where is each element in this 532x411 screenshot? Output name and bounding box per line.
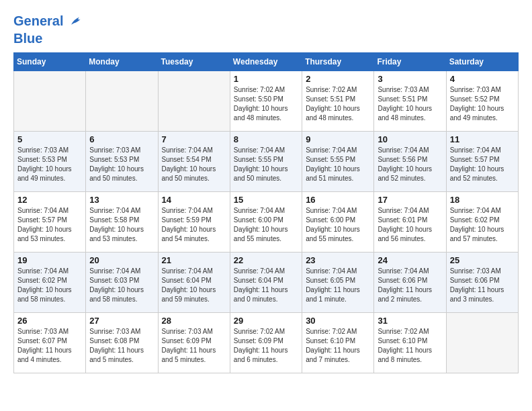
day-number: 18	[450, 195, 515, 205]
day-number: 9	[306, 134, 370, 144]
day-number: 12	[17, 195, 82, 205]
day-number: 15	[234, 195, 298, 205]
logo-general: General	[13, 13, 63, 28]
day-info: Sunrise: 7:02 AM Sunset: 6:10 PM Dayligh…	[378, 327, 442, 365]
day-cell: 21Sunrise: 7:04 AM Sunset: 6:04 PM Dayli…	[158, 253, 230, 313]
weekday-header-row: SundayMondayTuesdayWednesdayThursdayFrid…	[14, 53, 519, 71]
day-info: Sunrise: 7:03 AM Sunset: 5:53 PM Dayligh…	[89, 146, 154, 183]
day-info: Sunrise: 7:04 AM Sunset: 6:04 PM Dayligh…	[234, 267, 298, 304]
weekday-header-monday: Monday	[86, 53, 158, 71]
day-cell: 25Sunrise: 7:03 AM Sunset: 6:06 PM Dayli…	[446, 253, 518, 313]
logo-blue: Blue	[13, 31, 85, 46]
day-cell: 20Sunrise: 7:04 AM Sunset: 6:03 PM Dayli…	[86, 253, 158, 313]
weekday-header-saturday: Saturday	[446, 53, 518, 71]
day-cell: 22Sunrise: 7:04 AM Sunset: 6:04 PM Dayli…	[230, 253, 302, 313]
day-number: 14	[162, 195, 226, 205]
day-info: Sunrise: 7:04 AM Sunset: 6:05 PM Dayligh…	[306, 267, 370, 304]
day-number: 31	[378, 316, 442, 326]
day-number: 17	[378, 195, 442, 205]
day-cell: 14Sunrise: 7:04 AM Sunset: 5:59 PM Dayli…	[158, 192, 230, 253]
day-info: Sunrise: 7:04 AM Sunset: 6:03 PM Dayligh…	[89, 267, 154, 304]
day-info: Sunrise: 7:04 AM Sunset: 6:00 PM Dayligh…	[234, 206, 298, 244]
day-info: Sunrise: 7:04 AM Sunset: 5:55 PM Dayligh…	[234, 146, 298, 183]
day-info: Sunrise: 7:04 AM Sunset: 6:02 PM Dayligh…	[17, 267, 82, 304]
day-number: 19	[17, 255, 82, 265]
calendar-table: SundayMondayTuesdayWednesdayThursdayFrid…	[13, 52, 519, 373]
day-number: 21	[162, 255, 226, 265]
day-cell: 2Sunrise: 7:02 AM Sunset: 5:51 PM Daylig…	[302, 71, 374, 132]
day-cell: 6Sunrise: 7:03 AM Sunset: 5:53 PM Daylig…	[86, 132, 158, 192]
day-info: Sunrise: 7:04 AM Sunset: 6:01 PM Dayligh…	[378, 206, 442, 244]
day-info: Sunrise: 7:03 AM Sunset: 6:07 PM Dayligh…	[17, 327, 82, 365]
day-number: 28	[162, 316, 226, 326]
day-info: Sunrise: 7:02 AM Sunset: 5:51 PM Dayligh…	[306, 85, 370, 123]
day-info: Sunrise: 7:04 AM Sunset: 5:56 PM Dayligh…	[378, 146, 442, 183]
day-cell: 7Sunrise: 7:04 AM Sunset: 5:54 PM Daylig…	[158, 132, 230, 192]
week-row-3: 12Sunrise: 7:04 AM Sunset: 5:57 PM Dayli…	[14, 192, 519, 253]
day-cell: 3Sunrise: 7:03 AM Sunset: 5:51 PM Daylig…	[374, 71, 446, 132]
week-row-2: 5Sunrise: 7:03 AM Sunset: 5:53 PM Daylig…	[14, 132, 519, 192]
logo: General Blue	[13, 13, 85, 46]
day-cell: 8Sunrise: 7:04 AM Sunset: 5:55 PM Daylig…	[230, 132, 302, 192]
day-info: Sunrise: 7:04 AM Sunset: 6:06 PM Dayligh…	[378, 267, 442, 304]
logo-bird-icon	[69, 13, 85, 30]
day-cell: 4Sunrise: 7:03 AM Sunset: 5:52 PM Daylig…	[446, 71, 518, 132]
day-info: Sunrise: 7:03 AM Sunset: 5:52 PM Dayligh…	[450, 85, 515, 123]
day-number: 26	[17, 316, 82, 326]
day-cell: 5Sunrise: 7:03 AM Sunset: 5:53 PM Daylig…	[14, 132, 86, 192]
day-number: 27	[89, 316, 154, 326]
day-number: 6	[89, 134, 154, 144]
day-cell: 26Sunrise: 7:03 AM Sunset: 6:07 PM Dayli…	[14, 313, 86, 373]
weekday-header-sunday: Sunday	[14, 53, 86, 71]
day-cell: 9Sunrise: 7:04 AM Sunset: 5:55 PM Daylig…	[302, 132, 374, 192]
day-cell: 29Sunrise: 7:02 AM Sunset: 6:09 PM Dayli…	[230, 313, 302, 373]
day-number: 16	[306, 195, 370, 205]
weekday-header-friday: Friday	[374, 53, 446, 71]
day-info: Sunrise: 7:03 AM Sunset: 6:06 PM Dayligh…	[450, 267, 515, 304]
day-info: Sunrise: 7:02 AM Sunset: 6:10 PM Dayligh…	[306, 327, 370, 365]
day-number: 23	[306, 255, 370, 265]
day-number: 5	[17, 134, 82, 144]
day-cell: 13Sunrise: 7:04 AM Sunset: 5:58 PM Dayli…	[86, 192, 158, 253]
day-cell: 28Sunrise: 7:03 AM Sunset: 6:09 PM Dayli…	[158, 313, 230, 373]
day-info: Sunrise: 7:04 AM Sunset: 6:04 PM Dayligh…	[162, 267, 226, 304]
page-header: General Blue	[13, 13, 519, 46]
day-info: Sunrise: 7:03 AM Sunset: 5:53 PM Dayligh…	[17, 146, 82, 183]
day-cell	[14, 71, 86, 132]
day-cell: 30Sunrise: 7:02 AM Sunset: 6:10 PM Dayli…	[302, 313, 374, 373]
day-info: Sunrise: 7:04 AM Sunset: 6:02 PM Dayligh…	[450, 206, 515, 244]
day-number: 7	[162, 134, 226, 144]
day-info: Sunrise: 7:04 AM Sunset: 5:58 PM Dayligh…	[89, 206, 154, 244]
weekday-header-thursday: Thursday	[302, 53, 374, 71]
day-info: Sunrise: 7:04 AM Sunset: 5:54 PM Dayligh…	[162, 146, 226, 183]
week-row-4: 19Sunrise: 7:04 AM Sunset: 6:02 PM Dayli…	[14, 253, 519, 313]
day-cell: 12Sunrise: 7:04 AM Sunset: 5:57 PM Dayli…	[14, 192, 86, 253]
day-info: Sunrise: 7:03 AM Sunset: 5:51 PM Dayligh…	[378, 85, 442, 123]
day-info: Sunrise: 7:03 AM Sunset: 6:09 PM Dayligh…	[162, 327, 226, 365]
day-number: 25	[450, 255, 515, 265]
weekday-header-tuesday: Tuesday	[158, 53, 230, 71]
day-number: 20	[89, 255, 154, 265]
day-info: Sunrise: 7:04 AM Sunset: 6:00 PM Dayligh…	[306, 206, 370, 244]
day-number: 2	[306, 74, 370, 84]
day-cell: 11Sunrise: 7:04 AM Sunset: 5:57 PM Dayli…	[446, 132, 518, 192]
day-cell: 27Sunrise: 7:03 AM Sunset: 6:08 PM Dayli…	[86, 313, 158, 373]
day-number: 29	[234, 316, 298, 326]
weekday-header-wednesday: Wednesday	[230, 53, 302, 71]
day-info: Sunrise: 7:04 AM Sunset: 5:59 PM Dayligh…	[162, 206, 226, 244]
week-row-5: 26Sunrise: 7:03 AM Sunset: 6:07 PM Dayli…	[14, 313, 519, 373]
day-cell	[86, 71, 158, 132]
day-cell: 18Sunrise: 7:04 AM Sunset: 6:02 PM Dayli…	[446, 192, 518, 253]
day-cell: 24Sunrise: 7:04 AM Sunset: 6:06 PM Dayli…	[374, 253, 446, 313]
day-number: 22	[234, 255, 298, 265]
day-number: 1	[234, 74, 298, 84]
day-info: Sunrise: 7:02 AM Sunset: 5:50 PM Dayligh…	[234, 85, 298, 123]
day-info: Sunrise: 7:03 AM Sunset: 6:08 PM Dayligh…	[89, 327, 154, 365]
day-cell: 31Sunrise: 7:02 AM Sunset: 6:10 PM Dayli…	[374, 313, 446, 373]
week-row-1: 1Sunrise: 7:02 AM Sunset: 5:50 PM Daylig…	[14, 71, 519, 132]
day-number: 4	[450, 74, 515, 84]
day-info: Sunrise: 7:04 AM Sunset: 5:57 PM Dayligh…	[17, 206, 82, 244]
day-number: 13	[89, 195, 154, 205]
day-info: Sunrise: 7:04 AM Sunset: 5:57 PM Dayligh…	[450, 146, 515, 183]
day-number: 3	[378, 74, 442, 84]
